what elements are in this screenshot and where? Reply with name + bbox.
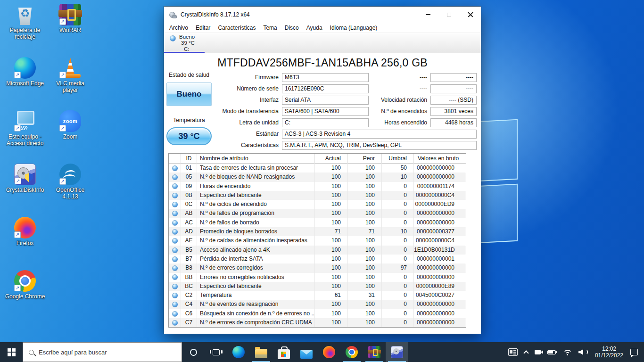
- stat-value: 4468 horas: [430, 118, 477, 127]
- health-dot-icon: [172, 174, 178, 180]
- meet-now-button[interactable]: [531, 342, 544, 362]
- clock[interactable]: 12:02 01/12/2022: [591, 342, 627, 362]
- action-center-button[interactable]: [627, 342, 641, 362]
- field-label: Interfaz: [211, 97, 282, 103]
- network-button[interactable]: [559, 342, 575, 362]
- shortcut-arrow-icon: [15, 178, 21, 184]
- field-label: Firmware: [211, 74, 282, 81]
- table-row[interactable]: AB N.º de fallos de programación 100 100…: [169, 209, 466, 218]
- taskbar-firefox-button[interactable]: [318, 342, 340, 362]
- search-placeholder: Escribe aquí para buscar: [39, 349, 107, 356]
- menu-item[interactable]: Editar: [192, 24, 214, 32]
- taskbar-store-button[interactable]: [272, 342, 295, 362]
- table-row[interactable]: BB Errores no corregibles notificados 10…: [169, 273, 466, 282]
- menu-item[interactable]: Ayuda: [303, 24, 326, 32]
- shortcut-arrow-icon: [14, 72, 21, 78]
- attr-threshold: 0: [382, 282, 414, 291]
- attr-worst: 100: [348, 273, 382, 282]
- minimize-button[interactable]: [417, 7, 438, 23]
- desktop-icon[interactable]: CrystalDiskInfo: [3, 164, 47, 217]
- attr-id: C7: [181, 318, 197, 327]
- menu-item[interactable]: Disco: [281, 24, 303, 32]
- desktop-icon[interactable]: Firefox: [3, 217, 47, 270]
- drive-selector-bar[interactable]: Bueno 39 °C C:: [164, 33, 481, 53]
- table-row[interactable]: 0C N.º de ciclos de encendido 100 100 0 …: [169, 200, 466, 209]
- menu-item[interactable]: Tema: [259, 24, 281, 32]
- menu-item[interactable]: Idioma (Language): [326, 24, 381, 32]
- taskbar-edge-button[interactable]: [227, 342, 250, 362]
- attr-id: 09: [181, 182, 197, 191]
- taskbar-winrar-button[interactable]: [363, 342, 386, 362]
- taskbar-mail-button[interactable]: [295, 342, 318, 362]
- attr-threshold: 10: [382, 227, 414, 236]
- table-row[interactable]: AE N.º de caídas de alimentación inesper…: [169, 236, 466, 245]
- attr-name: N.º de errores corregidos: [197, 263, 315, 272]
- table-row[interactable]: B7 Pérdida de interfaz SATA 100 100 0 00…: [169, 255, 466, 263]
- stat-value: ----: [430, 73, 477, 82]
- close-button[interactable]: [460, 7, 481, 23]
- menu-bar: Archivo Editar Características Tema Disc…: [164, 23, 481, 33]
- field-label: Estándar: [211, 131, 282, 137]
- table-row[interactable]: 0B Específico del fabricante 100 100 0 0…: [169, 191, 466, 200]
- field-value: ACS-3 | ACS-3 Revision 4: [282, 130, 477, 139]
- menu-item[interactable]: Archivo: [165, 24, 192, 32]
- task-view-button[interactable]: [205, 342, 227, 362]
- crystaldiskinfo-window: CrystalDiskInfo 8.17.12 x64 Archivo Edit…: [164, 7, 481, 334]
- desktop-icon-glyph: [14, 164, 36, 185]
- attr-current: 100: [315, 182, 348, 191]
- health-status-button[interactable]: Bueno: [166, 82, 212, 106]
- attr-current: 71: [315, 227, 348, 236]
- attr-raw: 000000000000: [414, 173, 460, 181]
- maximize-button[interactable]: [438, 7, 460, 23]
- volume-button[interactable]: [575, 342, 591, 362]
- table-row[interactable]: AD Promedio de bloques borrados 71 71 10…: [169, 227, 466, 236]
- taskbar-file-explorer-button[interactable]: [250, 342, 272, 362]
- cortana-button[interactable]: [182, 342, 205, 362]
- table-row[interactable]: BC Específico del fabricante 100 100 0 0…: [169, 282, 466, 291]
- windows-logo-pane: [477, 119, 518, 182]
- tray-expand-button[interactable]: [521, 342, 531, 362]
- desktop-icon[interactable]: Este equipo - Acceso directo: [3, 110, 47, 164]
- taskbar-crystaldiskinfo-button[interactable]: [386, 342, 408, 362]
- attr-id: C6: [181, 309, 197, 318]
- temperature-button[interactable]: 39 °C: [166, 127, 212, 145]
- table-row[interactable]: B5 Acceso alineado ajeno a 4K 100 100 0 …: [169, 246, 466, 255]
- title-bar[interactable]: CrystalDiskInfo 8.17.12 x64: [164, 7, 481, 23]
- table-body: 01 Tasa de errores de lectura sin proces…: [169, 164, 466, 327]
- table-row[interactable]: C6 Búsqueda sin conexión de n.º de error…: [169, 309, 466, 318]
- table-row[interactable]: C4 N.º de eventos de reasignación 100 10…: [169, 300, 466, 309]
- taskbar-chrome-button[interactable]: [340, 342, 363, 362]
- desktop-icon[interactable]: WinRAR: [48, 4, 92, 57]
- desktop-icon[interactable]: Microsoft Edge: [3, 57, 47, 110]
- table-row[interactable]: AC N.º de fallos de borrado 100 100 0 00…: [169, 218, 466, 227]
- attr-name: Específico del fabricante: [197, 191, 315, 200]
- clock-date: 01/12/2022: [595, 352, 623, 359]
- taskbar-search[interactable]: Escribe aquí para buscar: [23, 342, 182, 362]
- desktop-icon[interactable]: Zoom: [48, 110, 92, 164]
- microsoft-store-icon: [278, 349, 290, 359]
- menu-item[interactable]: Características: [214, 24, 259, 32]
- table-row[interactable]: C7 N.º de errores de comprobación CRC UD…: [169, 318, 466, 327]
- attr-current: 100: [315, 318, 348, 327]
- battery-button[interactable]: [544, 342, 559, 362]
- meet-now-icon: [535, 350, 541, 354]
- desktop-icon[interactable]: Google Chrome: [3, 270, 47, 323]
- chevron-up-icon: [523, 350, 528, 355]
- attr-worst: 100: [348, 255, 382, 263]
- desktop-icon[interactable]: OpenOffice 4.1.13: [48, 164, 92, 217]
- health-dot-icon: [172, 311, 178, 317]
- attr-threshold: 0: [382, 218, 414, 227]
- desktop-icon[interactable]: VLC media player: [48, 57, 92, 110]
- action-center-icon: [630, 349, 638, 355]
- table-row[interactable]: 09 Horas de encendido 100 100 0 00000000…: [169, 182, 466, 191]
- table-row[interactable]: 05 N.º de bloques de NAND reasignados 10…: [169, 173, 466, 181]
- field-row: Estándar ACS-3 | ACS-3 Revision 4: [211, 128, 477, 140]
- desktop-icon[interactable]: Papelera de reciclaje: [3, 4, 47, 57]
- cortana-icon: [190, 349, 197, 356]
- start-button[interactable]: [0, 342, 23, 362]
- table-row[interactable]: B8 N.º de errores corregidos 100 100 97 …: [169, 263, 466, 272]
- table-row[interactable]: C2 Temperatura 61 31 0 0045000C0027: [169, 291, 466, 300]
- table-row[interactable]: 01 Tasa de errores de lectura sin proces…: [169, 164, 466, 173]
- news-widget-button[interactable]: [505, 342, 521, 362]
- attr-id: B5: [181, 246, 197, 255]
